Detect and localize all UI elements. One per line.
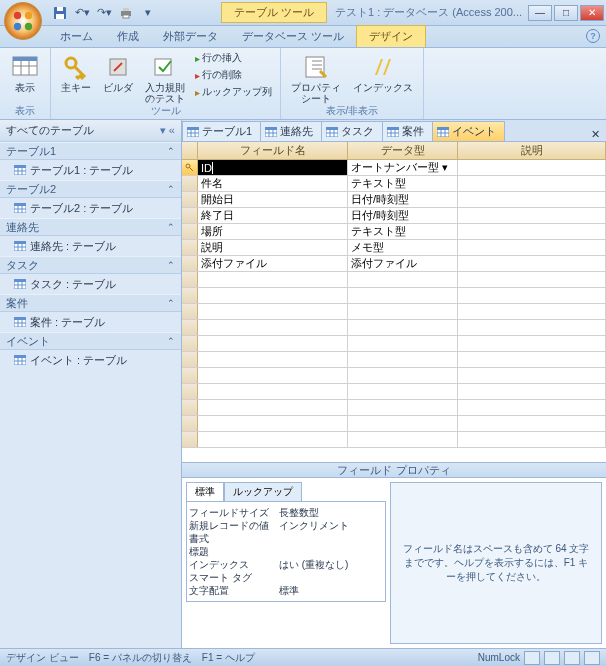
col-header-type[interactable]: データ型	[348, 142, 458, 159]
nav-item[interactable]: テーブル1 : テーブル	[0, 160, 181, 180]
row-selector[interactable]	[182, 304, 198, 319]
field-name-cell[interactable]	[198, 368, 348, 383]
table-row[interactable]	[182, 352, 606, 368]
field-name-cell[interactable]: 説明	[198, 240, 348, 255]
view-design-button[interactable]	[524, 651, 540, 665]
doc-tab[interactable]: タスク	[321, 121, 383, 141]
row-selector[interactable]	[182, 336, 198, 351]
property-row[interactable]: 標題	[189, 545, 383, 558]
prop-tab-general[interactable]: 標準	[186, 482, 224, 502]
table-row[interactable]	[182, 368, 606, 384]
col-header-name[interactable]: フィールド名	[198, 142, 348, 159]
nav-group-header[interactable]: テーブル1⌃	[0, 142, 181, 160]
property-row[interactable]: インデックスはい (重複なし)	[189, 558, 383, 571]
data-type-cell[interactable]: オートナンバー型 ▾	[348, 160, 458, 175]
undo-button[interactable]: ↶▾	[72, 3, 92, 23]
row-selector[interactable]	[182, 272, 198, 287]
indexes-button[interactable]: インデックス	[349, 50, 417, 95]
data-type-cell[interactable]: 日付/時刻型	[348, 208, 458, 223]
property-row[interactable]: フィールドサイズ長整数型	[189, 506, 383, 519]
data-type-cell[interactable]	[348, 288, 458, 303]
tab-home[interactable]: ホーム	[48, 26, 105, 47]
table-row[interactable]	[182, 304, 606, 320]
data-type-cell[interactable]	[348, 304, 458, 319]
col-header-desc[interactable]: 説明	[458, 142, 606, 159]
table-row[interactable]	[182, 400, 606, 416]
prop-tab-lookup[interactable]: ルックアップ	[224, 482, 302, 502]
data-type-cell[interactable]	[348, 432, 458, 447]
field-name-cell[interactable]: 開始日	[198, 192, 348, 207]
row-selector[interactable]	[182, 256, 198, 271]
field-name-cell[interactable]: 場所	[198, 224, 348, 239]
tab-create[interactable]: 作成	[105, 26, 151, 47]
property-row[interactable]: 書式	[189, 532, 383, 545]
field-name-cell[interactable]	[198, 304, 348, 319]
row-selector[interactable]	[182, 368, 198, 383]
row-selector[interactable]	[182, 400, 198, 415]
view-chart-button[interactable]	[584, 651, 600, 665]
doc-tab[interactable]: イベント	[432, 121, 505, 141]
view-button[interactable]: 表示	[6, 50, 44, 95]
nav-group-header[interactable]: タスク⌃	[0, 256, 181, 274]
doc-tab[interactable]: 連絡先	[260, 121, 322, 141]
description-cell[interactable]	[458, 224, 606, 239]
description-cell[interactable]	[458, 416, 606, 431]
data-type-cell[interactable]	[348, 384, 458, 399]
description-cell[interactable]	[458, 160, 606, 175]
qat-customize[interactable]: ▾	[138, 3, 158, 23]
close-tab-button[interactable]: ✕	[585, 128, 606, 141]
field-name-cell[interactable]	[198, 352, 348, 367]
redo-button[interactable]: ↷▾	[94, 3, 114, 23]
description-cell[interactable]	[458, 320, 606, 335]
doc-tab[interactable]: テーブル1	[182, 121, 261, 141]
row-selector[interactable]	[182, 160, 198, 175]
tab-external[interactable]: 外部データ	[151, 26, 230, 47]
row-selector[interactable]	[182, 320, 198, 335]
description-cell[interactable]	[458, 400, 606, 415]
table-row[interactable]	[182, 416, 606, 432]
data-type-cell[interactable]	[348, 320, 458, 335]
row-selector[interactable]	[182, 192, 198, 207]
field-name-cell[interactable]: 終了日	[198, 208, 348, 223]
field-name-cell[interactable]	[198, 384, 348, 399]
primary-key-button[interactable]: 主キー	[57, 50, 95, 95]
row-selector[interactable]	[182, 240, 198, 255]
nav-item[interactable]: タスク : テーブル	[0, 274, 181, 294]
field-name-cell[interactable]	[198, 416, 348, 431]
print-button[interactable]	[116, 3, 136, 23]
field-name-cell[interactable]: 件名	[198, 176, 348, 191]
save-button[interactable]	[50, 3, 70, 23]
data-type-cell[interactable]	[348, 352, 458, 367]
data-type-cell[interactable]: メモ型	[348, 240, 458, 255]
description-cell[interactable]	[458, 192, 606, 207]
table-row[interactable]: 終了日日付/時刻型	[182, 208, 606, 224]
description-cell[interactable]	[458, 256, 606, 271]
table-row[interactable]: 開始日日付/時刻型	[182, 192, 606, 208]
table-row[interactable]: IDオートナンバー型 ▾	[182, 160, 606, 176]
validation-button[interactable]: 入力規則 のテスト	[141, 50, 189, 106]
table-row[interactable]: 件名テキスト型	[182, 176, 606, 192]
nav-group-header[interactable]: テーブル2⌃	[0, 180, 181, 198]
view-datasheet-button[interactable]	[544, 651, 560, 665]
office-button[interactable]	[4, 2, 42, 40]
nav-header[interactable]: すべてのテーブル ▾ «	[0, 120, 181, 142]
property-row[interactable]: 文字配置標準	[189, 584, 383, 597]
row-selector[interactable]	[182, 384, 198, 399]
field-name-cell[interactable]: ID	[198, 160, 348, 175]
field-name-cell[interactable]	[198, 272, 348, 287]
nav-item[interactable]: 連絡先 : テーブル	[0, 236, 181, 256]
table-row[interactable]: 添付ファイル添付ファイル	[182, 256, 606, 272]
field-name-cell[interactable]	[198, 288, 348, 303]
data-type-cell[interactable]	[348, 368, 458, 383]
description-cell[interactable]	[458, 304, 606, 319]
data-type-cell[interactable]: テキスト型	[348, 176, 458, 191]
nav-item[interactable]: テーブル2 : テーブル	[0, 198, 181, 218]
builder-button[interactable]: ビルダ	[99, 50, 137, 95]
doc-tab[interactable]: 案件	[382, 121, 433, 141]
table-row[interactable]: 説明メモ型	[182, 240, 606, 256]
help-button[interactable]: ?	[586, 29, 600, 43]
row-selector[interactable]	[182, 176, 198, 191]
data-type-cell[interactable]	[348, 416, 458, 431]
data-type-cell[interactable]: 日付/時刻型	[348, 192, 458, 207]
row-selector[interactable]	[182, 208, 198, 223]
